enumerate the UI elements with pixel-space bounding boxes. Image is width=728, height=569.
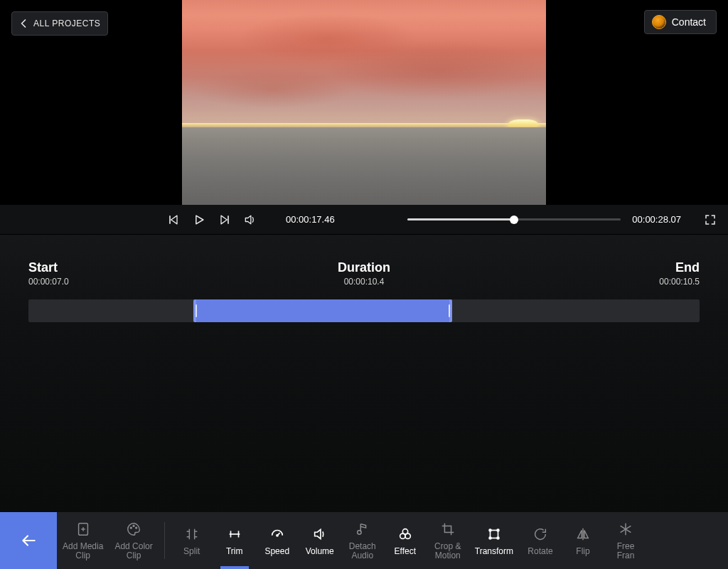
trim-start-label: Start (28, 260, 69, 275)
add-media-label: Add Media Clip (63, 542, 103, 560)
trim-track[interactable] (28, 299, 700, 322)
all-projects-button[interactable]: ALL PROJECTS (11, 11, 108, 36)
trim-duration-label: Duration (338, 260, 390, 275)
arrow-left-icon (19, 531, 38, 550)
split-icon (184, 526, 200, 543)
top-bar: ALL PROJECTS Contact (0, 0, 728, 43)
speed-icon (269, 526, 285, 543)
seek-area: 00:00:28.07 (407, 213, 717, 226)
toolbar-divider (164, 522, 165, 559)
svg-point-25 (497, 529, 499, 531)
trim-end-group: End 00:00:10.5 (659, 260, 700, 287)
trim-panel: Start 00:00:07.0 Duration 00:00:10.4 End… (0, 235, 728, 512)
svg-marker-29 (578, 530, 582, 538)
flip-button[interactable]: Flip (562, 512, 604, 569)
svg-point-24 (489, 529, 491, 531)
play-icon[interactable] (192, 213, 206, 227)
trim-end-value: 00:00:10.5 (659, 277, 700, 287)
trim-duration-group: Duration 00:00:10.4 (338, 260, 390, 287)
contact-button[interactable]: Contact (644, 10, 717, 34)
svg-marker-18 (314, 529, 320, 538)
svg-point-27 (497, 537, 499, 539)
effect-button[interactable]: Effect (384, 512, 427, 569)
trim-start-group: Start 00:00:07.0 (28, 260, 69, 287)
speed-label: Speed (264, 547, 289, 556)
preview-sea (182, 127, 546, 205)
volume-tool-icon (312, 526, 328, 543)
svg-point-12 (136, 527, 137, 528)
speed-button[interactable]: Speed (256, 512, 299, 569)
detach-audio-button[interactable]: Detach Audio (341, 512, 384, 569)
all-projects-label: ALL PROJECTS (33, 18, 100, 28)
trim-icon (227, 526, 242, 543)
contact-avatar-icon (652, 15, 666, 29)
palette-icon (126, 521, 141, 538)
total-time: 00:00:28.07 (632, 214, 681, 225)
trim-labels: Start 00:00:07.0 Duration 00:00:10.4 End… (28, 260, 700, 287)
snowflake-icon (618, 521, 633, 538)
svg-point-22 (405, 533, 410, 538)
add-media-clip-button[interactable]: Add Media Clip (57, 512, 109, 569)
volume-label: Volume (306, 547, 334, 556)
trim-button[interactable]: Trim (213, 512, 256, 569)
effect-label: Effect (395, 547, 416, 556)
volume-button[interactable]: Volume (299, 512, 341, 569)
expand-icon[interactable] (704, 213, 717, 226)
skip-forward-icon[interactable] (218, 213, 232, 227)
preview-sun (508, 119, 539, 127)
svg-point-19 (357, 531, 361, 535)
trim-start-value: 00:00:07.0 (28, 277, 69, 287)
split-label: Split (183, 547, 200, 556)
add-color-label: Add Color Clip (114, 542, 152, 560)
svg-rect-23 (490, 530, 498, 538)
svg-point-21 (400, 533, 405, 538)
rotate-label: Rotate (528, 547, 552, 556)
volume-icon[interactable] (243, 213, 257, 227)
svg-marker-5 (245, 216, 251, 224)
svg-marker-1 (171, 216, 177, 224)
crop-motion-button[interactable]: Crop & Motion (427, 512, 469, 569)
seek-track[interactable] (407, 218, 621, 220)
playback-bar: 00:00:17.46 00:00:28.07 (0, 205, 728, 235)
transform-icon (486, 526, 502, 543)
crop-icon (440, 521, 456, 538)
add-clip-group: Add Media Clip Add Color Clip (57, 512, 159, 569)
edit-tools-group: Split Trim Speed Volume Detach Audio (171, 512, 647, 569)
trim-label: Trim (226, 547, 243, 556)
svg-marker-3 (221, 216, 227, 224)
transform-label: Transform (475, 547, 513, 556)
chevron-left-icon (16, 16, 31, 31)
skip-back-icon[interactable] (166, 213, 181, 227)
trim-selection[interactable] (193, 299, 451, 322)
crop-label: Crop & Motion (434, 542, 461, 560)
detach-label: Detach Audio (349, 542, 376, 560)
seek-knob[interactable] (510, 216, 518, 224)
svg-marker-30 (584, 530, 589, 538)
split-button[interactable]: Split (171, 512, 213, 569)
bottom-toolbar: Add Media Clip Add Color Clip Split Trim (0, 512, 728, 569)
seek-fill (407, 218, 514, 220)
file-plus-icon (75, 521, 91, 538)
transform-button[interactable]: Transform (469, 512, 519, 569)
trim-end-label: End (659, 260, 700, 275)
flip-icon (575, 526, 591, 543)
current-time: 00:00:17.46 (286, 214, 335, 225)
contact-label: Contact (672, 16, 706, 28)
svg-point-26 (489, 537, 491, 539)
svg-point-11 (133, 526, 134, 527)
back-button[interactable] (0, 512, 57, 569)
svg-marker-2 (196, 216, 203, 224)
freeze-frame-button[interactable]: Free Fran (604, 512, 647, 569)
trim-duration-value: 00:00:10.4 (338, 277, 390, 287)
svg-point-10 (130, 527, 132, 528)
effect-icon (397, 526, 413, 543)
playback-controls: 00:00:17.46 (166, 213, 335, 227)
freeze-label: Free Fran (617, 542, 635, 560)
svg-point-17 (277, 534, 278, 536)
add-color-clip-button[interactable]: Add Color Clip (109, 512, 158, 569)
flip-label: Flip (576, 547, 589, 556)
rotate-button[interactable]: Rotate (519, 512, 562, 569)
detach-audio-icon (355, 521, 370, 538)
rotate-icon (532, 526, 548, 543)
